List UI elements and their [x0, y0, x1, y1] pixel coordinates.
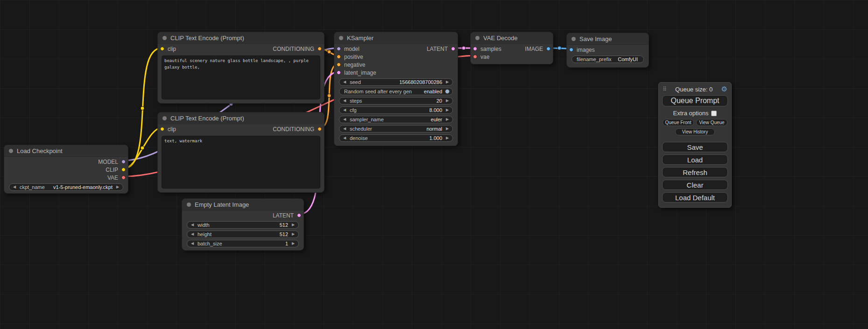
node-titlebar[interactable]: Save Image	[567, 33, 649, 45]
node-titlebar[interactable]: Empty Latent Image	[182, 199, 303, 210]
seed-widget[interactable]: ◀ seed 156680208700286 ▶	[339, 78, 453, 86]
combo-next-icon[interactable]: ▶	[115, 185, 120, 189]
combo-next-icon[interactable]: ▶	[445, 136, 450, 140]
node-vae-decode[interactable]: VAE Decode samples IMAGE vae	[470, 32, 553, 64]
batch-size-widget[interactable]: ◀ batch_size 1 ▶	[187, 240, 299, 247]
latent-image-input-slot[interactable]: latent_image	[334, 70, 376, 76]
wire-latent-samples-midpoint-dot[interactable]	[462, 46, 466, 50]
sampler-name-widget[interactable]: ◀ sampler_name euler ▶	[339, 116, 453, 123]
collapse-dot-icon[interactable]	[187, 203, 191, 207]
node-titlebar[interactable]: VAE Decode	[471, 32, 553, 44]
denoise-widget[interactable]: ◀ denoise 1.000 ▶	[339, 134, 453, 142]
width-widget[interactable]: ◀ width 512 ▶	[187, 221, 299, 229]
settings-gear-icon[interactable]: ⚙	[721, 85, 727, 93]
image-output-slot[interactable]: IMAGE	[525, 46, 553, 52]
clear-button[interactable]: Clear	[662, 180, 728, 190]
negative-input-slot[interactable]: negative	[334, 62, 365, 68]
wire-clip-negative-midpoint-dot[interactable]	[141, 146, 144, 150]
extra-options-checkbox[interactable]	[711, 111, 717, 116]
latent-output-slot[interactable]: LATENT	[273, 212, 303, 219]
ckpt-name-widget[interactable]: ◀ ckpt_name v1-5-pruned-emaonly.ckpt ▶	[9, 183, 123, 191]
queue-menu-panel[interactable]: ⠿ Queue size: 0 ⚙ Queue Prompt Extra opt…	[658, 82, 732, 208]
steps-widget[interactable]: ◀ steps 20 ▶	[339, 97, 453, 105]
queue-prompt-button[interactable]: Queue Prompt	[662, 95, 728, 106]
wire-cond-positive-midpoint-dot[interactable]	[327, 50, 331, 54]
wire-cond-negative-midpoint-dot[interactable]	[327, 94, 331, 98]
combo-next-icon[interactable]: ▶	[445, 99, 450, 103]
random-seed-toggle-widget[interactable]: Random seed after every gen enabled	[339, 88, 453, 95]
combo-prev-icon[interactable]: ◀	[342, 80, 347, 84]
combo-prev-icon[interactable]: ◀	[342, 118, 347, 121]
node-graph-canvas[interactable]: Load Checkpoint MODEL CLIP VAE	[0, 0, 868, 329]
combo-next-icon[interactable]: ▶	[445, 80, 450, 84]
combo-next-icon[interactable]: ▶	[445, 108, 450, 112]
combo-prev-icon[interactable]: ◀	[342, 99, 347, 103]
combo-next-icon[interactable]: ▶	[445, 127, 450, 131]
latent-output-dot[interactable]	[451, 47, 455, 51]
combo-prev-icon[interactable]: ◀	[190, 242, 195, 245]
conditioning-output-dot[interactable]	[318, 127, 322, 131]
toggle-dot[interactable]	[445, 89, 450, 94]
node-empty-latent-image[interactable]: Empty Latent Image LATENT ◀ width 512 ▶ …	[182, 198, 304, 251]
save-button[interactable]: Save	[662, 142, 728, 152]
latent-output-slot[interactable]: LATENT	[427, 46, 458, 52]
conditioning-output-slot[interactable]: CONDITIONING	[273, 46, 324, 52]
queue-front-button[interactable]: Queue Front	[663, 119, 694, 126]
combo-prev-icon[interactable]: ◀	[342, 136, 347, 140]
combo-prev-icon[interactable]: ◀	[342, 108, 347, 112]
negative-prompt-textarea[interactable]: text, watermark	[162, 136, 320, 189]
node-clip-text-encode-positive[interactable]: CLIP Text Encode (Prompt) clip CONDITION…	[157, 32, 325, 104]
scheduler-widget[interactable]: ◀ scheduler normal ▶	[339, 125, 453, 133]
images-input-slot[interactable]: images	[567, 47, 595, 53]
clip-input-slot[interactable]: clip	[158, 46, 176, 52]
negative-input-dot[interactable]	[337, 63, 341, 67]
positive-prompt-textarea[interactable]: beautiful scenery nature glass bottle la…	[162, 56, 320, 99]
refresh-button[interactable]: Refresh	[662, 167, 728, 177]
combo-next-icon[interactable]: ▶	[291, 232, 296, 236]
images-input-dot[interactable]	[569, 48, 573, 52]
model-output-slot[interactable]: MODEL	[98, 159, 128, 165]
node-clip-text-encode-negative[interactable]: CLIP Text Encode (Prompt) clip CONDITION…	[157, 112, 325, 193]
filename-prefix-widget[interactable]: filename_prefix ComfyUI	[572, 56, 644, 63]
node-load-checkpoint[interactable]: Load Checkpoint MODEL CLIP VAE	[4, 145, 128, 194]
vae-input-slot[interactable]: vae	[471, 54, 489, 60]
clip-output-dot[interactable]	[121, 168, 126, 172]
latent-image-input-dot[interactable]	[337, 70, 341, 75]
conditioning-output-dot[interactable]	[318, 47, 322, 51]
combo-next-icon[interactable]: ▶	[291, 223, 296, 227]
clip-input-dot[interactable]	[160, 47, 164, 51]
combo-prev-icon[interactable]: ◀	[190, 223, 195, 227]
positive-input-dot[interactable]	[337, 55, 341, 59]
combo-next-icon[interactable]: ▶	[445, 118, 450, 121]
collapse-dot-icon[interactable]	[475, 36, 480, 40]
clip-input-dot[interactable]	[160, 127, 164, 131]
combo-prev-icon[interactable]: ◀	[12, 185, 17, 189]
node-titlebar[interactable]: Load Checkpoint	[4, 145, 128, 157]
collapse-dot-icon[interactable]	[9, 149, 13, 153]
node-ksampler[interactable]: KSampler model LATENT positive	[334, 32, 458, 146]
vae-output-slot[interactable]: VAE	[107, 175, 128, 181]
model-output-dot[interactable]	[121, 160, 126, 164]
node-titlebar[interactable]: CLIP Text Encode (Prompt)	[158, 32, 324, 44]
cfg-widget[interactable]: ◀ cfg 8.000 ▶	[339, 106, 453, 114]
clip-input-slot[interactable]: clip	[158, 126, 176, 133]
load-button[interactable]: Load	[662, 154, 728, 165]
drag-handle-icon[interactable]: ⠿	[663, 86, 667, 92]
model-input-dot[interactable]	[337, 47, 341, 51]
latent-output-dot[interactable]	[297, 213, 301, 217]
combo-prev-icon[interactable]: ◀	[190, 232, 195, 236]
model-input-slot[interactable]: model	[334, 46, 360, 52]
node-save-image[interactable]: Save Image images filename_prefix ComfyU…	[566, 33, 649, 68]
collapse-dot-icon[interactable]	[572, 37, 576, 41]
view-queue-button[interactable]: View Queue	[696, 119, 727, 126]
wire-clip-positive-midpoint-dot[interactable]	[141, 106, 144, 110]
samples-input-slot[interactable]: samples	[471, 46, 501, 52]
collapse-dot-icon[interactable]	[162, 36, 167, 40]
wire-image-midpoint-dot[interactable]	[557, 46, 561, 50]
vae-input-dot[interactable]	[473, 55, 477, 59]
vae-output-dot[interactable]	[121, 175, 126, 180]
image-output-dot[interactable]	[546, 47, 550, 51]
conditioning-output-slot[interactable]: CONDITIONING	[273, 126, 324, 133]
height-widget[interactable]: ◀ height 512 ▶	[187, 231, 299, 238]
clip-output-slot[interactable]: CLIP	[106, 167, 128, 173]
